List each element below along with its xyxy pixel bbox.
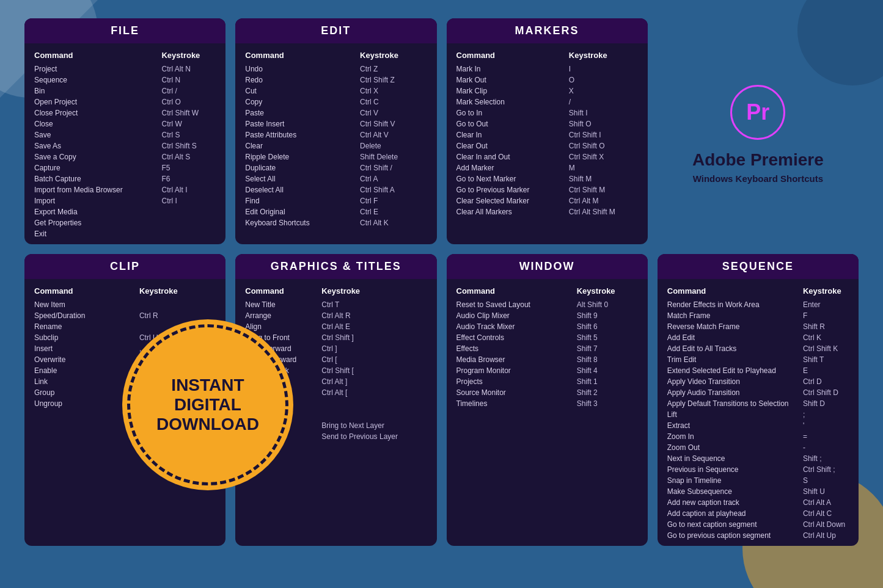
keystroke-cell: Ctrl Shift ;: [801, 464, 851, 475]
table-row: DuplicateCtrl Shift /: [243, 162, 429, 173]
keystroke-cell: Ctrl Alt A: [801, 497, 851, 508]
keystroke-cell: E: [801, 365, 851, 376]
command-cell: Zoom In: [665, 431, 801, 442]
table-row: ProjectsShift 1: [454, 376, 640, 387]
markers-table: Command Keystroke Mark InIMark OutOMark …: [454, 48, 640, 217]
command-cell: Find: [243, 195, 357, 206]
table-row: New TitleCtrl T: [243, 299, 429, 310]
sequence-cmd-header: Command: [665, 284, 801, 299]
keystroke-cell: Ctrl Shift A: [357, 184, 429, 195]
table-row: Add Edit to All TracksCtrl Shift K: [665, 343, 851, 354]
markers-title: MARKERS: [453, 24, 642, 37]
command-cell: Clear In and Out: [454, 151, 566, 162]
table-row: Clear InCtrl Shift I: [454, 129, 640, 140]
keystroke-cell: Send to Previous Layer: [319, 431, 429, 442]
keystroke-cell: /: [566, 96, 640, 107]
clip-cmd: Rename: [32, 321, 137, 332]
clip-cmd: Group: [32, 387, 137, 398]
keystroke-cell: Delete: [357, 140, 429, 151]
command-cell: Go to previous caption segment: [665, 530, 801, 541]
command-cell: Redo: [243, 74, 357, 85]
pr-logo: Pr: [730, 85, 785, 140]
command-cell: Batch Capture: [32, 173, 159, 184]
table-row: Edit OriginalCtrl E: [243, 206, 429, 217]
markers-content: Command Keystroke Mark InIMark OutOMark …: [447, 43, 648, 222]
keystroke-cell: F: [801, 310, 851, 321]
keystroke-cell: Shift 3: [574, 398, 640, 409]
command-cell: Deselect All: [243, 184, 357, 195]
command-cell: Clear Selected Marker: [454, 195, 566, 206]
command-cell: Go to next caption segment: [665, 519, 801, 530]
keystroke-cell: Ctrl F: [357, 195, 429, 206]
table-row: Import from Media BrowserCtrl Alt I: [32, 184, 218, 195]
table-row: Add MarkerM: [454, 162, 640, 173]
table-row: Snap in TimelineS: [665, 475, 851, 486]
keystroke-cell: Shift 5: [574, 332, 640, 343]
command-cell: Lift: [665, 409, 801, 420]
command-cell: Paste Attributes: [243, 129, 357, 140]
table-row: SaveCtrl S: [32, 129, 218, 140]
keystroke-cell: S: [801, 475, 851, 486]
table-row: CaptureF5: [32, 162, 218, 173]
command-cell: Mark Selection: [454, 96, 566, 107]
keystroke-cell: Ctrl E: [357, 206, 429, 217]
keystroke-cell: Ctrl [: [319, 354, 429, 365]
table-row: PasteCtrl V: [243, 107, 429, 118]
table-row: Previous in SequenceCtrl Shift ;: [665, 464, 851, 475]
command-cell: Bin: [32, 85, 159, 96]
table-row: New Item: [32, 299, 218, 310]
clip-cmd: Overwrite: [32, 354, 137, 365]
keystroke-cell: Ctrl I: [159, 195, 218, 206]
keystroke-cell: [319, 398, 429, 409]
keystroke-cell: Ctrl X: [357, 85, 429, 96]
command-cell: Save: [32, 129, 159, 140]
table-row: Source MonitorShift 2: [454, 387, 640, 398]
table-row: CloseCtrl W: [32, 118, 218, 129]
command-cell: Project: [32, 64, 159, 74]
table-row: Go to Next MarkerShift M: [454, 173, 640, 184]
table-row: Reverse Match FrameShift R: [665, 321, 851, 332]
table-row: TimelinesShift 3: [454, 398, 640, 409]
command-cell: Extend Selected Edit to Playhead: [665, 365, 801, 376]
sequence-card: SEQUENCE Command Keystroke Render Effect…: [658, 254, 859, 546]
sequence-table: Command Keystroke Render Effects in Work…: [665, 284, 851, 541]
edit-ks-header: Keystroke: [357, 48, 429, 64]
command-cell: Next in Sequence: [665, 453, 801, 464]
window-header: WINDOW: [447, 254, 648, 279]
command-cell: Paste Insert: [243, 118, 357, 129]
keystroke-cell: Ctrl /: [159, 85, 218, 96]
keystroke-cell: Ctrl Alt [: [319, 387, 429, 398]
command-cell: Close: [32, 118, 159, 129]
command-cell: Clear Out: [454, 140, 566, 151]
keystroke-cell: Ctrl Alt K: [357, 217, 429, 228]
branding-area: Pr Adobe Premiere Windows Keyboard Short…: [658, 18, 859, 244]
command-cell: Close Project: [32, 107, 159, 118]
table-row: Program MonitorShift 4: [454, 365, 640, 376]
keystroke-cell: Ctrl A: [357, 173, 429, 184]
command-cell: Add Edit to All Tracks: [665, 343, 801, 354]
keystroke-cell: Ctrl V: [357, 107, 429, 118]
table-row: Go to OutShift O: [454, 118, 640, 129]
table-row: Deselect AllCtrl Shift A: [243, 184, 429, 195]
keystroke-cell: Shift 7: [574, 343, 640, 354]
command-cell: Reset to Saved Layout: [454, 299, 574, 310]
table-row: Add new caption trackCtrl Alt A: [665, 497, 851, 508]
table-row: Mark InI: [454, 64, 640, 74]
keystroke-cell: I: [566, 64, 640, 74]
command-cell: Effects: [454, 343, 574, 354]
keystroke-cell: Shift 8: [574, 354, 640, 365]
command-cell: Media Browser: [454, 354, 574, 365]
command-cell: Copy: [243, 96, 357, 107]
table-row: Add caption at playheadCtrl Alt C: [665, 508, 851, 519]
keystroke-cell: [159, 206, 218, 217]
table-row: Clear Selected MarkerCtrl Alt M: [454, 195, 640, 206]
table-row: FindCtrl F: [243, 195, 429, 206]
edit-content: Command Keystroke UndoCtrl ZRedoCtrl Shi…: [235, 43, 436, 233]
table-row: Paste AttributesCtrl Alt V: [243, 129, 429, 140]
clip-ks-header: Keystroke: [137, 284, 218, 299]
keystroke-cell: Ctrl T: [319, 299, 429, 310]
command-cell: Mark Out: [454, 74, 566, 85]
clip-title: CLIP: [31, 260, 219, 273]
table-row: CopyCtrl C: [243, 96, 429, 107]
clip-header: CLIP: [24, 254, 225, 279]
